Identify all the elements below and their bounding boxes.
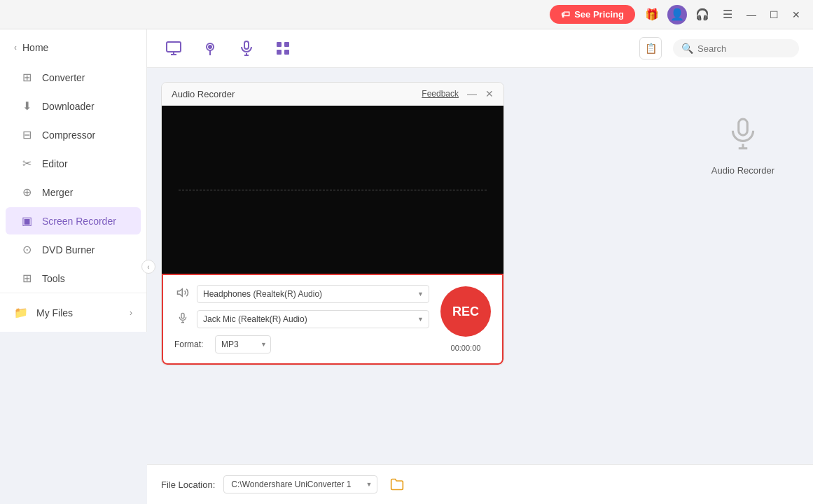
- rec-btn-inner: REC: [452, 305, 479, 318]
- search-input[interactable]: [697, 43, 788, 54]
- minimize-button[interactable]: —: [743, 6, 760, 23]
- recorder-close-button[interactable]: ✕: [485, 88, 494, 99]
- toolbar: 📋 🔍: [147, 29, 813, 68]
- recorder-window: Audio Recorder Feedback — ✕: [161, 82, 504, 365]
- sidebar-label-downloader: Downloader: [42, 101, 95, 112]
- gift-icon[interactable]: 🎁: [642, 5, 662, 24]
- menu-icon[interactable]: ☰: [718, 5, 737, 24]
- sidebar: ‹ Home ⊞ Converter ⬇ Downloader ⊟ Compre…: [0, 29, 147, 332]
- user-icon[interactable]: 👤: [667, 5, 687, 24]
- sidebar-item-home[interactable]: ‹ Home: [0, 35, 146, 60]
- downloader-icon: ⬇: [20, 99, 34, 113]
- feedback-link[interactable]: Feedback: [422, 89, 459, 99]
- toolbar-webcam-icon[interactable]: [197, 36, 223, 61]
- tools-icon: ⊞: [20, 272, 34, 285]
- audio-output-row: Headphones (Realtek(R) Audio) Speakers (…: [174, 285, 429, 303]
- sidebar-item-my-files[interactable]: 📁 My Files ›: [6, 299, 141, 326]
- audio-recorder-large-icon: [725, 114, 760, 160]
- converter-icon: ⊞: [20, 71, 34, 84]
- dvd-icon: ⊙: [20, 243, 34, 256]
- close-button[interactable]: ✕: [788, 6, 805, 23]
- svg-rect-11: [284, 50, 289, 55]
- titlebar: 🏷 See Pricing 🎁 👤 🎧 ☰ — ☐ ✕: [0, 0, 813, 29]
- merger-icon: ⊕: [20, 186, 34, 199]
- sidebar-label-merger: Merger: [42, 187, 73, 198]
- format-label: Format:: [174, 340, 209, 349]
- dotted-line: [179, 190, 486, 190]
- audio-output-select[interactable]: Headphones (Realtek(R) Audio) Speakers (…: [197, 285, 429, 303]
- sidebar-item-screen-recorder[interactable]: ▣ Screen Recorder: [6, 207, 141, 234]
- my-files-left: 📁 My Files: [14, 306, 73, 319]
- sidebar-item-editor[interactable]: ✂ Editor: [6, 150, 141, 177]
- format-select[interactable]: MP3 WAV AAC OGG: [215, 335, 271, 354]
- sidebar-label-screen-recorder: Screen Recorder: [42, 216, 116, 227]
- app-body: ‹ Home ⊞ Converter ⬇ Downloader ⊟ Compre…: [0, 29, 813, 504]
- recorder-titlebar-right: Feedback — ✕: [422, 88, 494, 99]
- svg-marker-12: [178, 289, 183, 297]
- microphone-row: Jack Mic (Realtek(R) Audio) Built-in Mic…: [174, 310, 429, 328]
- sidebar-label-tools: Tools: [42, 273, 65, 284]
- microphone-select[interactable]: Jack Mic (Realtek(R) Audio) Built-in Mic…: [197, 310, 429, 328]
- toolbar-mic-icon[interactable]: [234, 36, 259, 61]
- tag-icon: 🏷: [561, 9, 570, 20]
- editor-icon: ✂: [20, 157, 34, 170]
- toolbar-screen-icon[interactable]: [161, 36, 186, 61]
- svg-rect-10: [277, 50, 282, 55]
- svg-rect-16: [739, 119, 748, 135]
- sidebar-collapse-button[interactable]: ‹: [141, 260, 155, 274]
- sidebar-label-editor: Editor: [42, 158, 68, 169]
- main-area: Audio Recorder Feedback — ✕: [147, 68, 813, 504]
- content-area: 📋 🔍 Audio Recorder Feedback: [147, 29, 813, 504]
- browse-folder-button[interactable]: [386, 473, 408, 496]
- video-preview: [162, 106, 503, 274]
- sidebar-item-compressor[interactable]: ⊟ Compressor: [6, 121, 141, 148]
- file-location-select[interactable]: C:\Wondershare UniConverter 1 D:\Videos …: [223, 475, 377, 493]
- clipboard-icon: 📋: [645, 43, 657, 54]
- recorder-titlebar-left: Audio Recorder: [172, 89, 235, 99]
- recorder-minimize-button[interactable]: —: [467, 88, 477, 99]
- timer-display: 00:00:00: [451, 344, 481, 352]
- speaker-icon: [174, 286, 191, 302]
- sidebar-item-tools[interactable]: ⊞ Tools: [6, 265, 141, 292]
- sidebar-item-dvd-burner[interactable]: ⊙ DVD Burner: [6, 236, 141, 263]
- compressor-icon: ⊟: [20, 128, 34, 141]
- svg-rect-13: [181, 313, 184, 318]
- file-location-label: File Location:: [161, 479, 215, 490]
- screen-recorder-icon: ▣: [20, 214, 34, 227]
- sidebar-label-compressor: Compressor: [42, 130, 95, 141]
- audio-recorder-card[interactable]: Audio Recorder: [700, 103, 786, 187]
- sidebar-item-merger[interactable]: ⊕ Merger: [6, 178, 141, 206]
- format-row: Format: MP3 WAV AAC OGG: [174, 335, 429, 354]
- maximize-button[interactable]: ☐: [765, 6, 782, 23]
- microphone-icon: [174, 312, 191, 327]
- file-location-wrapper: C:\Wondershare UniConverter 1 D:\Videos …: [223, 475, 377, 493]
- svg-rect-5: [244, 41, 249, 49]
- my-files-label: My Files: [36, 307, 73, 318]
- file-location-bar: File Location: C:\Wondershare UniConvert…: [147, 464, 813, 504]
- chevron-right-icon: ›: [130, 308, 132, 318]
- clipboard-button[interactable]: 📋: [639, 37, 662, 59]
- sidebar-item-converter[interactable]: ⊞ Converter: [6, 64, 141, 91]
- search-icon: 🔍: [681, 43, 693, 54]
- audio-recorder-card-label: Audio Recorder: [711, 165, 774, 176]
- svg-rect-9: [284, 42, 289, 47]
- audio-output-wrapper: Headphones (Realtek(R) Audio) Speakers (…: [197, 285, 429, 303]
- toolbar-apps-icon[interactable]: [270, 36, 296, 61]
- sidebar-label-dvd: DVD Burner: [42, 244, 95, 255]
- sidebar-wrapper: ‹ Home ⊞ Converter ⬇ Downloader ⊟ Compre…: [0, 29, 147, 504]
- sidebar-item-downloader[interactable]: ⬇ Downloader: [6, 92, 141, 120]
- pricing-button[interactable]: 🏷 See Pricing: [550, 5, 635, 24]
- search-box: 🔍: [673, 39, 799, 57]
- controls-area: Headphones (Realtek(R) Audio) Speakers (…: [162, 274, 503, 365]
- svg-rect-8: [277, 42, 282, 47]
- pricing-label: See Pricing: [574, 9, 624, 20]
- format-wrapper: MP3 WAV AAC OGG: [215, 335, 271, 354]
- recorder-titlebar: Audio Recorder Feedback — ✕: [162, 83, 503, 106]
- svg-rect-0: [167, 42, 181, 52]
- rec-button[interactable]: REC: [440, 286, 491, 337]
- headset-icon[interactable]: 🎧: [693, 5, 712, 24]
- rec-label: REC: [452, 305, 479, 318]
- home-label: Home: [22, 42, 48, 53]
- right-panel: Audio Recorder: [687, 82, 799, 490]
- rec-right: REC 00:00:00: [440, 286, 491, 352]
